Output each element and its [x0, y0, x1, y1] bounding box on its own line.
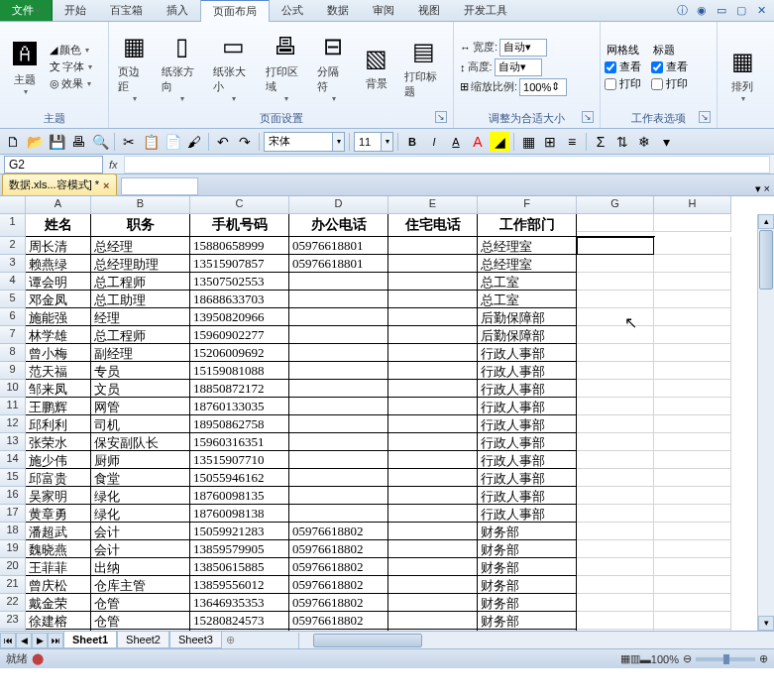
- cell[interactable]: 18850872172: [190, 380, 289, 398]
- sheet-nav-last-icon[interactable]: ⏭: [48, 633, 63, 648]
- cell[interactable]: [388, 415, 478, 433]
- cell[interactable]: [654, 362, 731, 380]
- cell[interactable]: [289, 433, 388, 451]
- menu-tab-1[interactable]: 百宝箱: [98, 0, 155, 21]
- cell[interactable]: 行政人事部: [478, 380, 577, 398]
- print-titles-button[interactable]: ▤打印标题: [399, 33, 449, 102]
- cell[interactable]: 施少伟: [26, 451, 91, 469]
- cell[interactable]: 总工室: [478, 273, 577, 291]
- cell[interactable]: [654, 594, 731, 612]
- cell[interactable]: 13646935353: [190, 594, 289, 612]
- view-layout-icon[interactable]: ▥: [630, 652, 640, 665]
- cell[interactable]: [289, 326, 388, 344]
- page-setup-launcher[interactable]: ↘: [435, 111, 447, 123]
- col-header-G[interactable]: G: [577, 196, 654, 214]
- cell[interactable]: 谭会明: [26, 273, 91, 291]
- col-header-D[interactable]: D: [289, 196, 388, 214]
- cell[interactable]: 05976618802: [289, 523, 388, 540]
- sheet-tab-Sheet1[interactable]: Sheet1: [63, 632, 117, 648]
- col-header-F[interactable]: F: [478, 196, 577, 214]
- row-header[interactable]: 15: [0, 469, 26, 487]
- cell[interactable]: 15055946162: [190, 469, 289, 487]
- cell[interactable]: [654, 255, 731, 273]
- cell[interactable]: 保安副队长: [91, 433, 190, 451]
- theme-colors[interactable]: ◢ 颜色▾: [48, 42, 94, 58]
- sum-icon[interactable]: Σ: [591, 132, 610, 152]
- cell[interactable]: 总工程师: [91, 326, 190, 344]
- cell[interactable]: [289, 487, 388, 505]
- cell[interactable]: 邹来凤: [26, 380, 91, 398]
- col-header-A[interactable]: A: [26, 196, 91, 214]
- cell[interactable]: [577, 612, 654, 630]
- cell[interactable]: 潘超武: [26, 523, 91, 540]
- cell[interactable]: [654, 630, 731, 631]
- cell[interactable]: 行政人事部: [478, 505, 577, 523]
- font-color-icon[interactable]: A: [468, 132, 488, 152]
- cell[interactable]: [388, 594, 478, 612]
- cell[interactable]: 18160809182: [190, 630, 289, 631]
- cell[interactable]: 高莫莫: [26, 630, 91, 631]
- row-header[interactable]: 23: [0, 612, 26, 630]
- row-header[interactable]: 12: [0, 415, 26, 433]
- cell[interactable]: [654, 469, 731, 487]
- cell[interactable]: [577, 273, 654, 291]
- cell[interactable]: 总经理室: [478, 255, 577, 273]
- cell[interactable]: [577, 576, 654, 594]
- print-area-button[interactable]: 🖶打印区域▾: [261, 28, 310, 106]
- cell[interactable]: [654, 558, 731, 576]
- sheet-tab-Sheet2[interactable]: Sheet2: [117, 632, 169, 648]
- cell[interactable]: 05976618802: [289, 630, 388, 631]
- row-header[interactable]: 17: [0, 505, 26, 523]
- cell[interactable]: 18950862758: [190, 415, 289, 433]
- cell[interactable]: [654, 398, 731, 415]
- cell[interactable]: 施能强: [26, 308, 91, 326]
- borders-icon[interactable]: ▦: [518, 132, 538, 152]
- cell[interactable]: 仓管: [91, 612, 190, 630]
- cell[interactable]: [289, 469, 388, 487]
- sheet-options-launcher[interactable]: ↘: [699, 111, 711, 123]
- cell[interactable]: 财务部: [478, 540, 577, 558]
- fx-icon[interactable]: fx: [103, 159, 124, 171]
- cell[interactable]: 05976618802: [289, 594, 388, 612]
- cell[interactable]: [289, 291, 388, 308]
- cell[interactable]: [388, 273, 478, 291]
- row-header[interactable]: 10: [0, 380, 26, 398]
- cell[interactable]: 13859579905: [190, 540, 289, 558]
- cell[interactable]: 财务部: [478, 594, 577, 612]
- cell[interactable]: 邱利利: [26, 415, 91, 433]
- scroll-thumb[interactable]: [759, 230, 773, 290]
- cell[interactable]: [654, 214, 731, 232]
- cell[interactable]: [654, 344, 731, 362]
- cell[interactable]: 王鹏辉: [26, 398, 91, 415]
- cell[interactable]: [654, 612, 731, 630]
- row-header[interactable]: 6: [0, 308, 26, 326]
- freeze-icon[interactable]: ❄: [634, 132, 654, 152]
- gridlines-view-checkbox[interactable]: 查看: [605, 58, 641, 75]
- formula-input[interactable]: [124, 156, 770, 174]
- row-header[interactable]: 9: [0, 362, 26, 380]
- cell[interactable]: 行政人事部: [478, 469, 577, 487]
- col-header-E[interactable]: E: [388, 196, 478, 214]
- cell[interactable]: [289, 362, 388, 380]
- cell[interactable]: [654, 380, 731, 398]
- cell[interactable]: 仓库主管: [91, 576, 190, 594]
- cell[interactable]: 会计: [91, 540, 190, 558]
- cell[interactable]: [388, 380, 478, 398]
- cell[interactable]: 05976618802: [289, 576, 388, 594]
- close-tab-icon[interactable]: ×: [103, 179, 109, 191]
- cell[interactable]: [577, 237, 654, 255]
- row-header[interactable]: 22: [0, 594, 26, 612]
- cell[interactable]: 徐建榕: [26, 612, 91, 630]
- view-break-icon[interactable]: ▬: [640, 653, 651, 665]
- cell[interactable]: 魏晓燕: [26, 540, 91, 558]
- new-sheet-icon[interactable]: ⊕: [222, 634, 239, 646]
- help-icon[interactable]: ⓘ: [675, 4, 689, 18]
- cell[interactable]: 副经理: [91, 344, 190, 362]
- cell[interactable]: [577, 380, 654, 398]
- menu-tab-4[interactable]: 公式: [270, 0, 315, 21]
- cell[interactable]: [289, 451, 388, 469]
- scale-ratio-input[interactable]: 100% ⇕: [519, 78, 567, 96]
- cell[interactable]: [654, 451, 731, 469]
- name-box[interactable]: G2: [4, 156, 103, 174]
- cell[interactable]: 15159081088: [190, 362, 289, 380]
